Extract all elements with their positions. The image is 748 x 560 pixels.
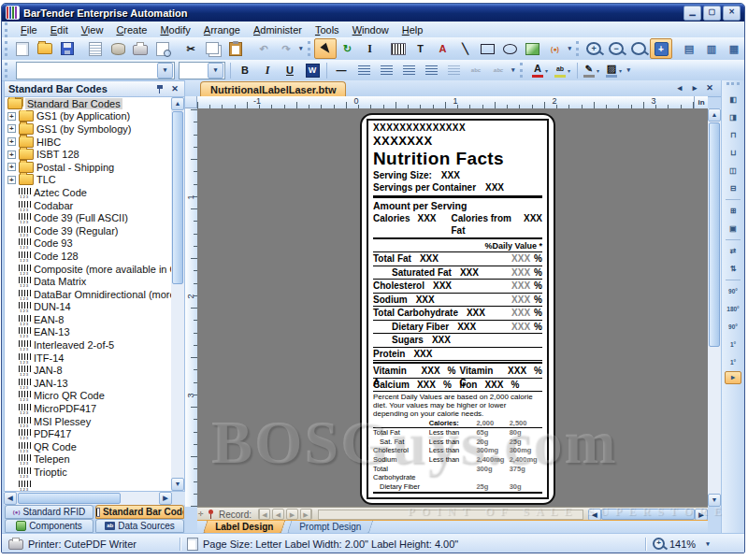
tree-item[interactable]: Code 93 bbox=[5, 237, 171, 251]
font-size-combo[interactable] bbox=[179, 62, 225, 79]
toolbar-overflow-icon[interactable]: ▾ bbox=[627, 66, 631, 74]
nutrition-facts-title[interactable]: Nutrition Facts bbox=[373, 149, 542, 169]
close-document-button[interactable]: ✕ bbox=[704, 82, 715, 93]
scrollbar-thumb[interactable] bbox=[18, 493, 121, 504]
rotate-right-1-button[interactable]: 1° bbox=[723, 336, 743, 353]
nutrient-row[interactable]: Total Fat XXX XXX % bbox=[373, 252, 542, 266]
menu-item[interactable]: File bbox=[14, 23, 44, 36]
last-record-button[interactable]: ▶ bbox=[300, 509, 312, 520]
tree-item[interactable] bbox=[5, 479, 171, 492]
toolbar-overflow-icon[interactable]: ▾ bbox=[511, 66, 515, 74]
label-object[interactable]: XXXXXXXXXXXXXX XXXXXXX Nutrition Facts S… bbox=[360, 113, 555, 505]
expand-icon[interactable]: + bbox=[7, 112, 16, 121]
rotate-tool-button[interactable]: ↻ bbox=[337, 38, 359, 59]
make-same-width-button[interactable]: ⇄ bbox=[723, 242, 743, 260]
nutrient-row[interactable]: Dietary Fiber XXX XXX % bbox=[373, 321, 542, 335]
center-vertically-button[interactable]: ▣ bbox=[723, 220, 743, 237]
open-document-button[interactable] bbox=[34, 38, 56, 59]
tab-prompt-design[interactable]: Prompt Design bbox=[287, 521, 374, 534]
tree-item[interactable]: DUN-14 bbox=[5, 301, 171, 314]
create-picture-button[interactable] bbox=[522, 38, 544, 59]
zoom-control[interactable]: + 141% ▾ bbox=[646, 534, 744, 553]
expand-icon[interactable]: + bbox=[7, 124, 16, 133]
toolbar-grip[interactable] bbox=[308, 41, 310, 56]
symbols-button[interactable]: abc bbox=[465, 60, 487, 80]
show-grid-button[interactable]: ▦ bbox=[723, 38, 745, 59]
expand-icon[interactable]: + bbox=[7, 163, 16, 171]
fill-color-button[interactable]: ▨ bbox=[603, 60, 626, 80]
label-placeholder-line1[interactable]: XXXXXXXXXXXXXX bbox=[373, 122, 542, 134]
page-setup-button[interactable] bbox=[84, 38, 107, 59]
tree-item[interactable]: Interleaved 2-of-5 bbox=[5, 338, 171, 352]
bold-button[interactable]: B bbox=[234, 60, 256, 80]
zoom-region-button[interactable] bbox=[627, 38, 650, 59]
menu-item[interactable]: Edit bbox=[44, 23, 75, 36]
scroll-left-icon[interactable]: ◀ bbox=[4, 492, 17, 505]
zoom-out-button[interactable]: − bbox=[605, 38, 627, 59]
nutrient-row[interactable]: Saturated Fat XXX XXX % bbox=[373, 266, 542, 280]
tree-item[interactable]: Micro QR Code bbox=[5, 390, 171, 403]
tree-item[interactable]: MicroPDF417 bbox=[5, 402, 171, 415]
print-preview-button[interactable] bbox=[151, 38, 174, 59]
text-background-color-button[interactable]: ab bbox=[552, 60, 574, 80]
menu-item[interactable]: View bbox=[75, 23, 110, 36]
scroll-tabs-left-button[interactable]: ◂ bbox=[674, 82, 685, 93]
menu-item[interactable]: Help bbox=[396, 23, 430, 36]
nutrient-row[interactable]: Total Carbohydrate XXX XXX % bbox=[373, 307, 542, 321]
tree-item[interactable]: Aztec Code bbox=[5, 186, 171, 199]
scroll-right-icon[interactable]: ▶ bbox=[159, 492, 172, 505]
label-placeholder-line2[interactable]: XXXXXXX bbox=[373, 134, 542, 149]
combo-dropdown-icon[interactable] bbox=[157, 63, 173, 79]
toolbar-grip[interactable] bbox=[576, 41, 579, 56]
tree-item[interactable]: QR Code bbox=[5, 440, 171, 453]
toolbar-grip[interactable] bbox=[5, 63, 10, 78]
tree-item[interactable]: DataBar Omnidirectional (more available bbox=[5, 288, 171, 301]
tree-item[interactable]: + GS1 (by Symbology) bbox=[5, 122, 171, 136]
servings-value[interactable]: XXX bbox=[485, 182, 504, 193]
minimize-button[interactable]: ▁ bbox=[683, 6, 701, 21]
tree-item[interactable]: JAN-13 bbox=[5, 377, 171, 390]
next-record-button[interactable]: ▶ bbox=[286, 509, 298, 520]
align-justify-button[interactable] bbox=[420, 60, 442, 80]
tree-item[interactable]: + TLC bbox=[5, 174, 171, 187]
rotate-left-1-button[interactable]: 1° bbox=[723, 353, 743, 371]
expand-icon[interactable]: + bbox=[7, 176, 16, 184]
align-left-button[interactable] bbox=[352, 60, 375, 80]
toolbar-overflow-icon[interactable]: ▾ bbox=[299, 45, 303, 52]
menu-item[interactable]: Window bbox=[346, 23, 396, 36]
canvas-horizontal-scrollbar-thumb[interactable] bbox=[601, 509, 695, 520]
menu-item[interactable]: Arrange bbox=[197, 23, 247, 36]
create-rich-text-button[interactable]: A bbox=[432, 38, 454, 59]
scroll-up-icon[interactable]: ▲ bbox=[171, 97, 184, 110]
tree-item[interactable]: Data Matrix bbox=[5, 275, 171, 288]
make-same-height-button[interactable]: ⇅ bbox=[723, 260, 743, 278]
toolbar-grip[interactable] bbox=[726, 82, 740, 88]
tree-item[interactable]: MSI Plessey bbox=[5, 415, 171, 428]
canvas-vertical-scrollbar[interactable]: ▲ ▼ bbox=[708, 108, 721, 507]
toolbar-grip[interactable] bbox=[5, 22, 10, 37]
splitter-handle[interactable]: ✛ bbox=[197, 508, 205, 521]
show-rulers-button[interactable]: ▤ bbox=[678, 38, 700, 59]
record-pin-icon[interactable] bbox=[208, 510, 214, 519]
italic-button[interactable]: I bbox=[256, 60, 279, 80]
tree-item[interactable]: + ISBT 128 bbox=[5, 148, 171, 161]
scroll-up-icon[interactable]: ▲ bbox=[708, 108, 721, 122]
create-rfid-button[interactable]: (●) bbox=[544, 38, 567, 59]
database-setup-button[interactable] bbox=[107, 38, 129, 59]
align-bottom-button[interactable]: ⊔ bbox=[723, 144, 743, 162]
panel-close-icon[interactable]: ✕ bbox=[169, 82, 180, 95]
copy-button[interactable] bbox=[202, 38, 224, 59]
rotate-180-button[interactable]: 180° bbox=[723, 300, 743, 318]
zoom-fit-button[interactable]: + bbox=[650, 38, 672, 59]
scrollbar-thumb[interactable] bbox=[709, 122, 720, 347]
vitamin-row[interactable]: Vitamin AXXX% Vitamin CXXX% bbox=[373, 365, 542, 379]
nutrient-row[interactable]: Sugars XXX bbox=[373, 334, 542, 348]
toolbar-grip[interactable] bbox=[520, 63, 525, 78]
line-color-button[interactable]: ✎ bbox=[581, 60, 603, 80]
undo-button[interactable]: ↶ bbox=[252, 38, 275, 59]
align-left-button[interactable]: ◧ bbox=[723, 91, 743, 108]
rotate-left-90-button[interactable]: 90° bbox=[723, 318, 743, 336]
tree-item[interactable]: + Postal - Shipping bbox=[5, 161, 171, 174]
first-record-button[interactable]: ◀ bbox=[258, 509, 270, 520]
previous-record-button[interactable]: ◀ bbox=[272, 509, 284, 520]
